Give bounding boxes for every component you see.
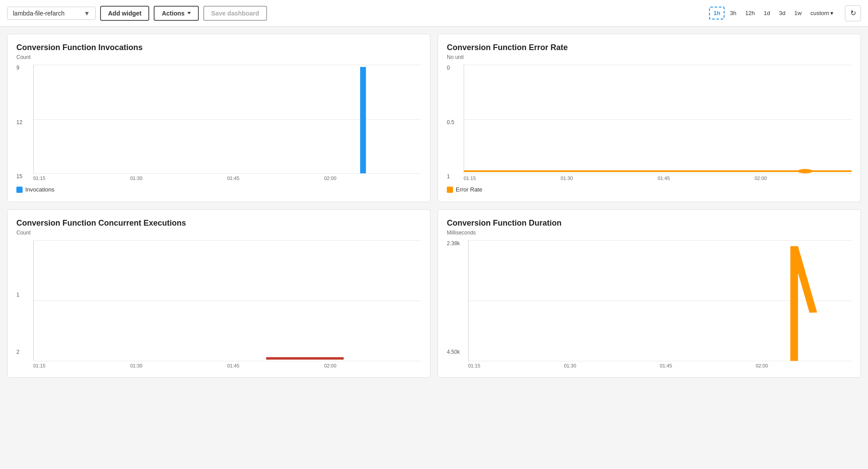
legend-invocations-label: Invocations [25,186,54,193]
chart-plot-concurrent [33,240,421,361]
y-axis-duration: 4.50k 2.38k [447,240,465,355]
duration-svg [469,240,852,361]
time-12h-button[interactable]: 12h [742,8,759,19]
widget-duration-unit: Milliseconds [447,230,852,236]
widget-duration-title: Conversion Function Duration [447,219,852,228]
legend-error-rate-label: Error Rate [456,186,482,193]
widget-invocations-chart: 15 12 9 [16,65,421,193]
dashboard-name: lambda-file-refarch [13,10,65,17]
error-rate-svg [464,65,852,173]
y-axis-invocations: 15 12 9 [16,65,30,180]
widget-error-rate-title: Conversion Function Error Rate [447,43,852,52]
toolbar: lambda-file-refarch ▼ Add widget Actions… [0,0,868,27]
legend-error-rate-dot [447,187,453,193]
widget-error-rate: Conversion Function Error Rate No unit 1… [438,34,861,202]
custom-caret-icon: ▾ [830,10,833,16]
time-3h-button[interactable]: 3h [726,8,740,19]
caret-down-icon [187,12,191,14]
chart-plot-error-rate [464,65,852,173]
dashboard-selector[interactable]: lambda-file-refarch ▼ [7,7,96,20]
chevron-down-icon: ▼ [84,10,90,17]
actions-label: Actions [162,10,184,17]
x-axis-duration: 01:15 01:30 01:45 02:00 [468,361,852,368]
x-axis-error-rate: 01:15 01:30 01:45 02:00 [464,173,852,181]
x-axis-concurrent: 01:15 01:30 01:45 02:00 [33,361,421,368]
widget-invocations-title: Conversion Function Invocations [16,43,421,52]
widget-concurrent-chart: 2 1 01:15 [16,240,421,368]
widget-invocations: Conversion Function Invocations Count 15… [7,34,430,202]
time-1h-button[interactable]: 1h [709,7,725,20]
invocations-svg [34,65,421,173]
legend-invocations: Invocations [16,186,421,193]
actions-button[interactable]: Actions [154,6,198,21]
time-range-controls: 1h 3h 12h 1d 3d 1w custom ▾ [709,7,837,20]
svg-point-2 [798,169,813,173]
y-axis-concurrent: 2 1 [16,240,30,355]
time-3d-button[interactable]: 3d [775,8,789,19]
time-1d-button[interactable]: 1d [760,8,774,19]
legend-invocations-dot [16,187,23,193]
concurrent-svg [34,240,421,361]
refresh-button[interactable]: ↻ [845,5,861,21]
chart-plot-duration [468,240,852,361]
dashboard-grid: Conversion Function Invocations Count 15… [0,27,868,385]
save-dashboard-button[interactable]: Save dashboard [203,6,267,21]
time-1w-button[interactable]: 1w [790,8,805,19]
widget-concurrent-title: Conversion Function Concurrent Execution… [16,219,421,228]
time-custom-button[interactable]: custom ▾ [807,8,837,19]
chart-plot-invocations [33,65,421,173]
legend-error-rate: Error Rate [447,186,852,193]
x-axis-invocations: 01:15 01:30 01:45 02:00 [33,173,421,181]
widget-concurrent-executions: Conversion Function Concurrent Execution… [7,209,430,378]
widget-error-rate-chart: 1 0.5 0 [447,65,852,193]
widget-invocations-unit: Count [16,54,421,60]
widget-error-rate-unit: No unit [447,54,852,60]
add-widget-button[interactable]: Add widget [100,6,149,21]
y-axis-error-rate: 1 0.5 0 [447,65,460,180]
widget-duration: Conversion Function Duration Millisecond… [438,209,861,378]
widget-duration-chart: 4.50k 2.38k [447,240,852,368]
refresh-icon: ↻ [850,9,856,17]
widget-concurrent-unit: Count [16,230,421,236]
